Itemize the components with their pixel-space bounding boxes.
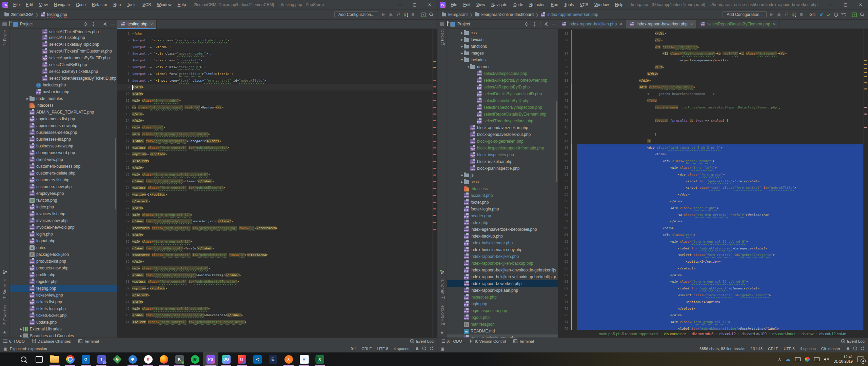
sidebar-item-structure[interactable]: 7: Structure <box>3 279 7 299</box>
notification-center-icon[interactable]: 4 <box>857 357 864 362</box>
breadcrumb-element[interactable]: div.col-12.col-m <box>819 332 846 336</box>
menu-file[interactable]: File <box>448 2 459 8</box>
menu-code[interactable]: Code <box>511 2 526 8</box>
status-field[interactable]: CRLF <box>768 347 778 351</box>
tree-item[interactable]: logout.php <box>9 238 117 244</box>
error-stripe[interactable] <box>432 29 437 338</box>
nav-crumb[interactable]: keurgarant-online-dashboard <box>475 12 534 17</box>
tree-item[interactable]: block-agendaverzoek-out.php <box>447 131 558 138</box>
project-panel-title[interactable]: Project▼ <box>450 22 470 27</box>
close-tab-icon[interactable]: ✕ <box>690 22 693 26</box>
firefox[interactable] <box>156 352 172 366</box>
tree-item[interactable]: appointments-list.php <box>9 116 117 122</box>
volume-muted-icon[interactable] <box>824 357 829 362</box>
close-button[interactable]: ✕ <box>853 0 868 9</box>
teams[interactable]: T <box>94 352 109 366</box>
tree-item[interactable]: selectAllTicketsFromCustomer.php <box>9 48 117 55</box>
close-tab-icon[interactable]: ✕ <box>619 22 622 26</box>
display-icon[interactable] <box>795 357 801 361</box>
tree-item[interactable]: index-huiseigenaar copy.php <box>447 246 558 253</box>
refresh-icon[interactable] <box>861 346 865 351</box>
tree-item[interactable]: ▶images <box>447 50 558 57</box>
tree-item[interactable]: index-backup.php <box>447 233 558 240</box>
menu-window[interactable]: Window <box>155 2 174 8</box>
tree-item[interactable]: testing.php <box>9 285 117 292</box>
menu-edit[interactable]: Edit <box>23 2 35 8</box>
close-tab-icon[interactable]: ✕ <box>773 22 775 26</box>
tree-item[interactable]: ADMIN_PAGE_TEMPLATE.php <box>9 109 117 116</box>
tree-item[interactable]: Includes.php <box>9 82 117 88</box>
tree-item[interactable]: index.php <box>447 219 558 226</box>
locate-icon[interactable] <box>524 22 529 26</box>
tree-item[interactable]: selectInspectorByInspection.php <box>447 104 558 111</box>
maps[interactable] <box>125 352 140 366</box>
tree-item[interactable]: inspecties.php <box>447 294 558 301</box>
sidebar-item-project[interactable]: 1: Project <box>3 29 7 45</box>
tree-expand-icon[interactable]: ▶ <box>460 52 464 55</box>
project-panel-title[interactable]: Project▼ <box>13 22 33 27</box>
tree-item[interactable]: ▶node_modules <box>9 95 117 102</box>
tray-expand-icon[interactable]: ∧ <box>778 357 781 362</box>
collapse-all-icon[interactable] <box>532 22 537 26</box>
tree-expand-icon[interactable]: ▶ <box>460 38 464 41</box>
tree-item[interactable]: login-inspecteur.php <box>447 307 558 314</box>
tree-item[interactable]: index-rapport-bewerken.php <box>447 280 558 287</box>
tree-item[interactable]: customers-delete.php <box>9 170 117 177</box>
tree-expand-icon[interactable]: ▶ <box>460 180 464 184</box>
run-anything-icon[interactable] <box>852 13 857 17</box>
breadcrumb-element[interactable]: div.row.mb-5 <box>692 332 713 336</box>
tree-item[interactable]: header.php <box>447 212 558 219</box>
status-field[interactable]: UTF-8 <box>377 347 388 351</box>
nav-crumb[interactable]: 2lemonCRM <box>4 12 34 17</box>
coverage-icon[interactable] <box>396 13 400 17</box>
tree-item[interactable]: ▼includes <box>447 57 558 63</box>
start-button[interactable] <box>0 352 16 366</box>
tree-item[interactable]: businesses-list.php <box>9 136 117 143</box>
tree-item[interactable]: index.php <box>9 204 117 210</box>
tree-item[interactable]: notes <box>9 244 117 251</box>
tree-item[interactable]: selectAllReportsByHomeowner.php <box>447 77 558 84</box>
breadcrumb-element[interactable]: main.pt-5.pb-5.rapport.rapport-edit <box>599 332 658 336</box>
title-bar[interactable]: PS FileEditViewNavigateCodeRefactorRunTo… <box>437 0 868 10</box>
tree-item[interactable]: selectClientByID.php <box>9 61 117 68</box>
excel[interactable]: X <box>312 352 328 366</box>
run-icon[interactable] <box>381 13 386 17</box>
tree-item[interactable]: customers-business.php <box>9 163 117 170</box>
breadcrumb-element[interactable]: div.card-inner <box>772 332 796 336</box>
menu-window[interactable]: Window <box>592 2 611 8</box>
slack[interactable]: ⌗ <box>140 352 156 366</box>
toolbar-item-9-version-control[interactable]: 9: Version Control <box>470 339 506 344</box>
spotify[interactable]: ≋ <box>187 352 203 366</box>
breadcrumb-element[interactable]: div.card.w-100 <box>742 332 767 336</box>
file-explorer[interactable] <box>47 352 62 366</box>
menu-file[interactable]: File <box>11 2 22 8</box>
tree-item[interactable]: index-rapport-opslaan.php <box>447 287 558 294</box>
tree-item[interactable]: index-rapport-bekijken-onvoltooide-gebre… <box>447 267 558 273</box>
tree-item[interactable]: invoices-new-old.php <box>9 224 117 231</box>
inspections-icon[interactable] <box>853 346 857 351</box>
tree-item[interactable]: index-rapport-bekijken.php <box>447 253 558 260</box>
tree-item[interactable]: index-huiseigenaar.php <box>447 240 558 246</box>
tree-scrollbar[interactable] <box>115 138 116 209</box>
sidebar-item-favorites[interactable]: 2: Favorites <box>3 305 7 325</box>
nav-crumb[interactable]: testing.php <box>40 12 67 17</box>
datagrip[interactable]: DG <box>218 352 234 366</box>
tree-item[interactable]: navbar.inc.php <box>9 88 117 95</box>
tree-item[interactable]: index-agendaverzoek-beoordeel.php <box>447 226 558 233</box>
toolbar-item-database-changes[interactable]: Database Changes <box>32 339 71 344</box>
event-log-button[interactable]: Event Log <box>841 339 865 344</box>
tree-item[interactable]: businesses-new.php <box>9 143 117 149</box>
tree-item[interactable]: appointments-new.php <box>9 122 117 129</box>
menu-vcs[interactable]: VCS <box>577 2 591 8</box>
taskbar-search[interactable] <box>16 352 31 366</box>
tab-testing.php[interactable]: testing.php✕ <box>117 20 157 28</box>
status-field[interactable]: Git: master <box>821 347 840 351</box>
tree-item[interactable]: favicon.png <box>9 197 117 204</box>
error-stripe[interactable] <box>863 29 868 330</box>
hide-panel-icon[interactable] <box>111 22 115 26</box>
tree-item[interactable]: ▶functions <box>447 43 558 50</box>
tree-item[interactable]: selectTicketByTicketID.php <box>9 68 117 75</box>
element-breadcrumb-bar[interactable]: main.pt-5.pb-5.rapport.rapport-edit›div.… <box>558 330 868 338</box>
search-everywhere-icon[interactable] <box>429 12 434 17</box>
tree-item[interactable]: ▶css <box>447 29 558 36</box>
